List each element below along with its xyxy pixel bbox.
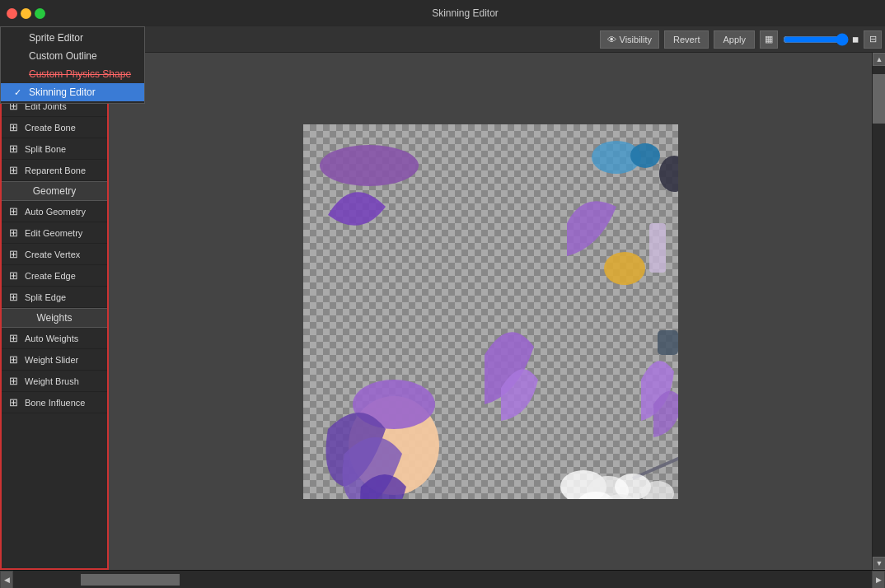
edit-geometry-icon: ⊞ [7, 226, 20, 239]
auto-geometry-icon: ⊞ [7, 205, 20, 217]
geometry-section-header: Geometry [2, 181, 107, 201]
scroll-track-horizontal[interactable] [15, 574, 870, 586]
bone-influence-button[interactable]: ⊞ Bone Influence [2, 392, 107, 413]
menu-item-sprite-editor[interactable]: Sprite Editor [1, 29, 144, 47]
svg-point-4 [604, 252, 645, 285]
main-layout: Bones ⊞ Preview Pose ⊞ Edit Joints ⊞ Cre… [0, 53, 885, 570]
menu-item-custom-physics[interactable]: Custom Physics Shape [1, 65, 144, 83]
apply-button[interactable]: Apply [714, 30, 755, 49]
weight-slider-icon: ⊞ [7, 353, 20, 366]
scroll-right-arrow[interactable]: ▶ [872, 571, 885, 589]
maximize-button[interactable] [35, 8, 45, 19]
scroll-left-arrow[interactable]: ◀ [0, 571, 13, 589]
edit-geometry-button[interactable]: ⊞ Edit Geometry [2, 222, 107, 244]
bottom-scrollbar: ◀ ▶ [0, 570, 885, 588]
svg-point-0 [320, 145, 419, 186]
visibility-button[interactable]: 👁 Visibility [600, 30, 660, 49]
bone-influence-icon: ⊞ [7, 396, 20, 408]
menu-item-custom-outline[interactable]: Custom Outline [1, 47, 144, 65]
weight-slider-button[interactable]: ⊞ Weight Slider [2, 349, 107, 371]
opacity-slider-container: ◼ [783, 34, 859, 45]
create-bone-button[interactable]: ⊞ Create Bone [2, 117, 107, 138]
auto-weights-button[interactable]: ⊞ Auto Weights [2, 328, 107, 349]
create-edge-icon: ⊞ [7, 269, 20, 282]
scroll-thumb-horizontal[interactable] [81, 574, 180, 586]
scroll-down-arrow[interactable]: ▼ [873, 557, 885, 570]
sprite-canvas[interactable] [303, 124, 678, 499]
window-controls [7, 8, 45, 19]
panel-toggle-button[interactable]: ⊟ [864, 30, 882, 49]
title-bar: Skinning Editor [0, 0, 885, 26]
reparent-bone-button[interactable]: ⊞ Reparent Bone [2, 160, 107, 181]
svg-point-3 [659, 156, 678, 192]
scroll-up-arrow[interactable]: ▲ [873, 53, 885, 66]
canvas-area[interactable] [109, 53, 872, 570]
weights-section-header: Weights [2, 308, 107, 328]
opacity-slider[interactable] [783, 34, 849, 45]
svg-rect-5 [649, 223, 666, 273]
close-button[interactable] [7, 8, 17, 19]
auto-geometry-button[interactable]: ⊞ Auto Geometry [2, 201, 107, 222]
weight-brush-button[interactable]: ⊞ Weight Brush [2, 371, 107, 392]
weight-brush-icon: ⊞ [7, 375, 20, 387]
check-skinning-editor: ✓ [14, 87, 24, 98]
split-bone-icon: ⊞ [7, 142, 20, 155]
scroll-thumb-vertical[interactable] [873, 74, 885, 124]
scroll-track-vertical[interactable] [873, 66, 885, 557]
right-scrollbar: ▲ ▼ [872, 53, 885, 570]
split-edge-icon: ⊞ [7, 291, 20, 303]
slider-end-icon: ◼ [852, 35, 859, 44]
auto-weights-icon: ⊞ [7, 332, 20, 344]
create-bone-icon: ⊞ [7, 121, 20, 133]
svg-rect-7 [658, 330, 678, 355]
toolbar-right: 👁 Visibility Revert Apply ▦ ◼ ⊟ [600, 30, 882, 49]
window-title: Skinning Editor [52, 7, 878, 19]
reparent-bone-icon: ⊞ [7, 164, 20, 176]
menu-item-skinning-editor[interactable]: ✓ Skinning Editor [1, 83, 144, 101]
checkerboard-button[interactable]: ▦ [760, 30, 778, 49]
split-edge-button[interactable]: ⊞ Split Edge [2, 287, 107, 308]
minimize-button[interactable] [21, 8, 31, 19]
dropdown-menu: Sprite Editor Custom Outline Custom Phys… [0, 26, 145, 104]
create-vertex-icon: ⊞ [7, 248, 20, 260]
eye-icon: 👁 [607, 35, 616, 44]
revert-button[interactable]: Revert [664, 30, 709, 49]
svg-point-2 [630, 143, 660, 168]
sprite-svg [303, 124, 678, 499]
create-vertex-button[interactable]: ⊞ Create Vertex [2, 244, 107, 265]
create-edge-button[interactable]: ⊞ Create Edge [2, 265, 107, 287]
left-panel: Bones ⊞ Preview Pose ⊞ Edit Joints ⊞ Cre… [0, 53, 109, 570]
split-bone-button[interactable]: ⊞ Split Bone [2, 138, 107, 160]
